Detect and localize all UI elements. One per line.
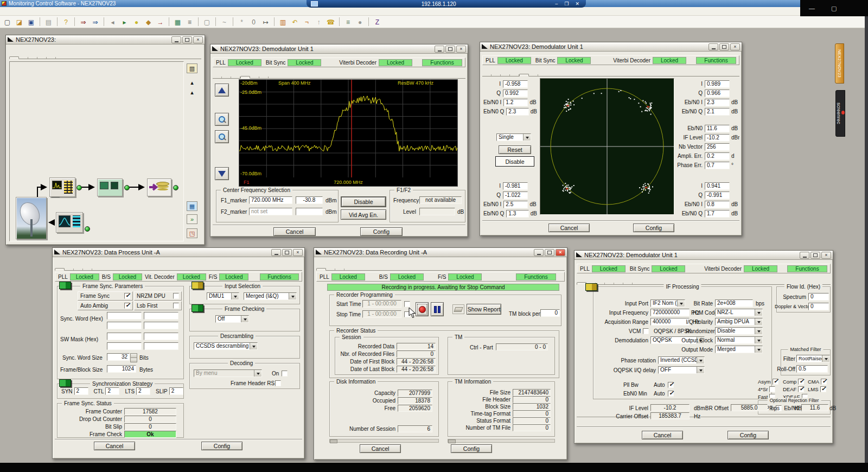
spectrum-node-icon[interactable]: [56, 212, 83, 233]
strategy-field[interactable]: LTS2: [125, 387, 150, 395]
merged-iq-select[interactable]: Merged (I&Q): [244, 292, 297, 300]
output-mode-select[interactable]: Merged: [715, 346, 763, 353]
erase-button[interactable]: [452, 304, 464, 314]
close-button[interactable]: ×: [456, 46, 466, 53]
randomizer-select[interactable]: Disable: [715, 327, 763, 335]
menu-item[interactable]: [33, 11, 42, 12]
tab[interactable]: [47, 57, 56, 59]
f1-frequency-field[interactable]: 720.000 MHz: [249, 196, 292, 204]
disable-button[interactable]: Disable: [341, 196, 386, 207]
input-frequency-field[interactable]: 720000000: [650, 309, 690, 316]
toolbar-print-icon[interactable]: ▤: [43, 17, 54, 27]
start-time-checkbox[interactable]: [404, 301, 410, 307]
remote-minimize-icon[interactable]: –: [555, 1, 558, 7]
titlebar[interactable]: NEX27NOV23: Demodulator Unit 1 ×: [575, 251, 833, 260]
reset-button[interactable]: Reset: [499, 145, 531, 154]
toolbar-step-next-icon[interactable]: ▸: [119, 17, 130, 27]
close-button[interactable]: ×: [556, 249, 565, 256]
close-button[interactable]: ×: [293, 249, 303, 256]
tab[interactable]: [9, 56, 19, 59]
start-time-field[interactable]: 1 - 00:00:00: [362, 300, 401, 308]
toolbar-monitor-icon[interactable]: ▦: [173, 17, 183, 27]
menu-item[interactable]: [42, 11, 52, 12]
titlebar[interactable]: NEX27NOV23: Demodulator Unit 1 ×: [480, 42, 742, 52]
antenna-small-icon[interactable]: ▴: [188, 79, 196, 86]
toolbar-save-icon[interactable]: ▣: [26, 17, 36, 27]
scale-down-button[interactable]: [215, 167, 229, 180]
menu-item[interactable]: [52, 11, 62, 12]
lsb-first-checkbox[interactable]: Lsb First: [134, 301, 182, 310]
minimize-button[interactable]: [800, 252, 809, 259]
tab[interactable]: [19, 57, 28, 59]
tab[interactable]: [37, 57, 47, 59]
tab[interactable]: [335, 269, 344, 270]
tm-block-field[interactable]: 0: [540, 309, 560, 317]
tab[interactable]: [240, 76, 250, 79]
functions-button[interactable]: Functions: [696, 57, 736, 64]
frame-sync-checkbox[interactable]: Frame Sync: [78, 291, 133, 301]
hex-field[interactable]: [144, 312, 178, 320]
toolbar-zero-icon[interactable]: 0: [248, 17, 259, 27]
cancel-button[interactable]: Cancel: [548, 224, 590, 232]
export-icon[interactable]: ◳: [187, 228, 197, 238]
remote-close-icon[interactable]: ✕: [575, 1, 579, 7]
antenna-station-image[interactable]: [16, 197, 47, 239]
tab[interactable]: [501, 74, 510, 76]
toolbar-undo-icon[interactable]: ↶: [290, 17, 300, 27]
pause-button[interactable]: [431, 302, 444, 316]
eq-checkbox[interactable]: LMS: [808, 386, 833, 392]
eq-checkbox[interactable]: DEAF: [783, 386, 808, 392]
functions-button[interactable]: Functions: [516, 273, 556, 280]
remote-session-bar[interactable]: 192.168.1.120 – ❐ ✕: [307, 0, 586, 8]
zoom-out-button[interactable]: [215, 130, 229, 143]
overlay-minimize-icon[interactable]: —: [809, 5, 815, 11]
tab[interactable]: [231, 76, 240, 78]
tab[interactable]: [482, 74, 492, 76]
bit-rate-field[interactable]: 2e+008: [715, 299, 753, 307]
toolbar-list-icon[interactable]: ≡: [184, 17, 195, 27]
disable-button[interactable]: Disable: [495, 156, 534, 167]
toolbar-refresh-icon[interactable]: ~: [219, 17, 229, 27]
functions-button[interactable]: Functions: [787, 265, 827, 272]
stop-time-field[interactable]: 1 - 00:00:00: [362, 310, 401, 318]
horizontal-scrollbar[interactable]: [329, 439, 439, 443]
tab[interactable]: [65, 269, 74, 270]
cancel-button[interactable]: Cancel: [94, 442, 135, 450]
recorder-node-icon[interactable]: [147, 178, 171, 196]
titlebar[interactable]: NEX27NOV23: Data Recording Unit -A ×: [314, 248, 567, 257]
auto-ambig-checkbox[interactable]: Auto Ambig: [78, 301, 133, 310]
toolbar-wizard-icon[interactable]: Z: [372, 17, 382, 27]
rolloff-field[interactable]: 0.5: [796, 365, 828, 373]
config-button[interactable]: Config: [451, 444, 492, 453]
nrzm-dpu-checkbox[interactable]: NRZM DPU: [134, 291, 182, 301]
tab[interactable]: [74, 269, 83, 270]
menu-item[interactable]: [23, 11, 33, 12]
output-clock-select[interactable]: Normal: [715, 336, 763, 344]
tab[interactable]: [623, 283, 633, 284]
toolbar-arrow-up-icon[interactable]: ↑: [314, 17, 324, 27]
decoding-select[interactable]: By menu: [194, 369, 262, 377]
toolbar-properties-icon[interactable]: ≡: [343, 17, 353, 27]
pll-bw-auto-checkbox[interactable]: [668, 381, 674, 388]
toolbar-document-icon[interactable]: ▢: [202, 17, 212, 27]
minimize-button[interactable]: [709, 43, 718, 50]
cancel-button[interactable]: Cancel: [273, 227, 316, 236]
iq-polarity-select[interactable]: Ambig DPUA: [715, 318, 763, 326]
tab[interactable]: [492, 74, 501, 76]
tab[interactable]: [259, 76, 269, 78]
strategy-field[interactable]: SLIP2: [156, 387, 183, 395]
close-button[interactable]: ×: [193, 36, 203, 43]
hex-field[interactable]: [107, 322, 142, 329]
hex-field[interactable]: [144, 322, 178, 329]
side-tab-screenrec[interactable]: screenrec: [835, 90, 845, 137]
flow-spectrum-field[interactable]: 0: [808, 293, 829, 301]
hex-field[interactable]: [144, 342, 178, 350]
record-button[interactable]: [416, 302, 429, 316]
toolbar-wrench-icon[interactable]: ¬: [302, 17, 312, 27]
cancel-button[interactable]: Cancel: [642, 431, 683, 439]
report-icon[interactable]: ▥: [187, 63, 197, 73]
eq-checkbox[interactable]: Asym: [758, 379, 783, 385]
minimize-button[interactable]: [271, 249, 281, 256]
config-button[interactable]: Config: [633, 224, 674, 232]
frame-block-size-field[interactable]: 1024: [107, 365, 136, 373]
